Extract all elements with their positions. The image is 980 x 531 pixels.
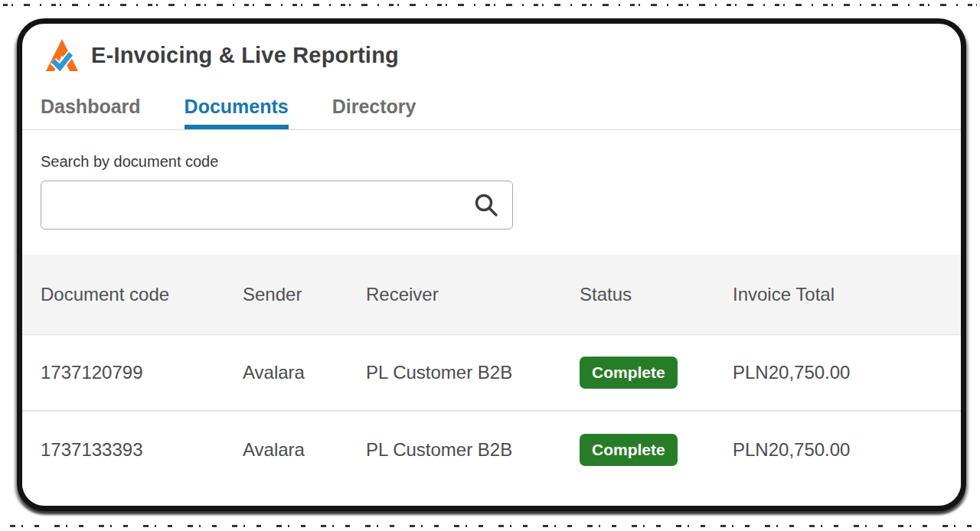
- cell-invoice-total: PLN20,750.00: [733, 362, 961, 383]
- cell-status: Complete: [580, 434, 733, 465]
- cell-document-code: 1737120799: [41, 362, 243, 383]
- search-section: Search by document code: [22, 130, 961, 230]
- search-icon[interactable]: [473, 192, 499, 218]
- table-row[interactable]: 1737120799 Avalara PL Customer B2B Compl…: [22, 335, 961, 412]
- page-title: E-Invoicing & Live Reporting: [91, 43, 399, 68]
- status-badge: Complete: [580, 357, 678, 388]
- app-card: E-Invoicing & Live Reporting Dashboard D…: [17, 18, 966, 511]
- app-header: E-Invoicing & Live Reporting: [22, 24, 961, 73]
- column-header-sender: Sender: [243, 284, 366, 305]
- column-header-invoice-total: Invoice Total: [733, 284, 961, 305]
- column-header-status: Status: [580, 284, 733, 305]
- cell-status: Complete: [580, 357, 733, 388]
- cell-document-code: 1737133393: [41, 439, 243, 461]
- torn-edge-bottom: [3, 525, 977, 527]
- table-row[interactable]: 1737133393 Avalara PL Customer B2B Compl…: [22, 412, 961, 488]
- cell-sender: Avalara: [243, 439, 366, 461]
- tab-dashboard[interactable]: Dashboard: [41, 93, 141, 129]
- cell-sender: Avalara: [243, 362, 366, 383]
- cell-receiver: PL Customer B2B: [366, 439, 580, 461]
- column-header-receiver: Receiver: [366, 284, 580, 305]
- status-badge: Complete: [580, 434, 678, 465]
- cell-invoice-total: PLN20,750.00: [733, 439, 961, 461]
- search-box: [41, 181, 513, 230]
- cell-receiver: PL Customer B2B: [366, 362, 580, 383]
- torn-edge-top: [3, 4, 977, 6]
- tab-documents[interactable]: Documents: [185, 93, 289, 129]
- tab-directory[interactable]: Directory: [332, 93, 416, 129]
- tab-bar: Dashboard Documents Directory: [22, 93, 961, 130]
- avalara-logo-icon: [44, 37, 80, 73]
- documents-table: Document code Sender Receiver Status Inv…: [22, 255, 961, 488]
- column-header-document-code: Document code: [41, 284, 243, 305]
- table-header-row: Document code Sender Receiver Status Inv…: [22, 255, 961, 335]
- search-input[interactable]: [41, 181, 513, 230]
- search-label: Search by document code: [41, 153, 961, 171]
